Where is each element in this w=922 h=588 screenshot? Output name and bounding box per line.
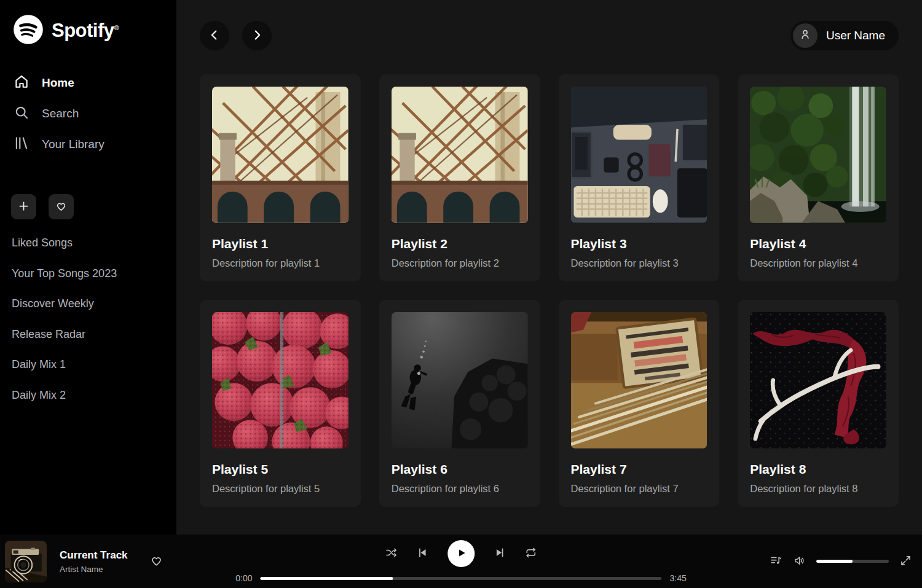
player-bar: Current Track Artist Name	[0, 535, 922, 588]
playlist-artwork-strawberries	[212, 312, 349, 449]
playlist-card-8[interactable]: Playlist 8 Description for playlist 8	[738, 300, 899, 507]
spotify-logo[interactable]: Spotify®	[11, 14, 165, 48]
sidebar-item-your-library[interactable]: Your Library	[11, 129, 165, 160]
playlist-title: Playlist 8	[750, 462, 886, 476]
previous-track-button[interactable]	[416, 546, 429, 561]
fullscreen-button[interactable]	[899, 554, 912, 569]
play-icon	[454, 546, 468, 562]
back-button[interactable]	[200, 21, 229, 50]
sidebar-playlist-list: Liked Songs Your Top Songs 2023 Discover…	[11, 228, 165, 410]
topbar: User Name	[200, 0, 899, 50]
playlist-description: Description for playlist 3	[571, 257, 707, 269]
sidebar-nav: Home Search Your Library	[11, 68, 165, 160]
sidebar-playlist-your-top-songs[interactable]: Your Top Songs 2023	[11, 259, 165, 289]
sidebar-item-label: Home	[42, 76, 74, 90]
elapsed-time: 0:00	[235, 573, 252, 583]
playlist-grid: Playlist 1 Description for playlist 1 Pl…	[200, 74, 899, 507]
liked-songs-button[interactable]	[49, 194, 74, 219]
playlist-description: Description for playlist 8	[750, 483, 886, 495]
playback-controls	[385, 540, 537, 567]
playlist-description: Description for playlist 6	[392, 483, 528, 495]
create-playlist-button[interactable]	[11, 194, 36, 219]
sidebar-playlist-daily-mix-1[interactable]: Daily Mix 1	[11, 350, 165, 380]
volume-fill	[816, 560, 853, 563]
next-icon	[493, 546, 506, 561]
playlist-card-3[interactable]: Playlist 3 Description for playlist 3	[559, 74, 720, 281]
sidebar-playlist-discover-weekly[interactable]: Discover Weekly	[11, 289, 165, 319]
player-center: 0:00 3:45	[235, 540, 687, 583]
sidebar-playlist-release-radar[interactable]: Release Radar	[11, 319, 165, 350]
next-track-button[interactable]	[493, 546, 506, 561]
heart-icon	[149, 560, 164, 570]
main-content: User Name Playlist 1 Description for pla…	[176, 0, 922, 535]
playlist-artwork-waterfall	[750, 87, 886, 223]
progress-section: 0:00 3:45	[235, 573, 687, 583]
history-nav	[200, 21, 272, 50]
volume-icon	[793, 554, 806, 569]
expand-icon	[899, 554, 912, 569]
avatar	[793, 23, 818, 48]
playlist-title: Playlist 3	[571, 237, 707, 251]
previous-icon	[416, 546, 429, 561]
sidebar-item-home[interactable]: Home	[11, 68, 165, 98]
playlist-title: Playlist 2	[392, 237, 528, 251]
player-right-controls	[770, 554, 912, 569]
playlist-card-5[interactable]: Playlist 5 Description for playlist 5	[200, 300, 361, 507]
user-menu-button[interactable]: User Name	[790, 21, 899, 50]
playlist-title: Playlist 1	[212, 237, 349, 251]
plus-icon	[17, 200, 30, 214]
sidebar-playlist-daily-mix-2[interactable]: Daily Mix 2	[11, 380, 165, 411]
like-track-button[interactable]	[149, 554, 164, 570]
sidebar-actions	[11, 194, 165, 219]
repeat-button[interactable]	[524, 546, 537, 561]
user-name: User Name	[826, 29, 885, 42]
shuffle-button[interactable]	[385, 546, 398, 561]
search-icon	[14, 104, 30, 123]
forward-button[interactable]	[242, 21, 272, 50]
sidebar-item-label: Search	[42, 107, 79, 120]
artist-name: Artist Name	[60, 565, 128, 574]
playlist-card-7[interactable]: Playlist 7 Description for playlist 7	[559, 300, 720, 507]
queue-icon	[770, 554, 782, 569]
playlist-card-2[interactable]: Playlist 2 Description for playlist 2	[379, 74, 540, 281]
spotify-logo-icon	[12, 14, 44, 48]
repeat-icon	[524, 546, 537, 561]
home-icon	[14, 74, 30, 93]
sidebar-item-label: Your Library	[42, 138, 104, 151]
queue-button[interactable]	[770, 554, 782, 569]
playlist-artwork-rulers	[571, 312, 707, 449]
playlist-title: Playlist 6	[392, 462, 528, 476]
playlist-description: Description for playlist 2	[392, 257, 528, 269]
progress-fill	[261, 577, 393, 580]
album-art-camera	[5, 541, 47, 582]
playlist-artwork-diver	[392, 312, 528, 449]
spotify-logo-text: Spotify®	[52, 20, 119, 42]
sidebar-playlist-liked-songs[interactable]: Liked Songs	[11, 228, 165, 259]
volume-slider[interactable]	[816, 560, 889, 563]
playlist-title: Playlist 5	[212, 462, 349, 476]
shuffle-icon	[385, 546, 398, 561]
playlist-card-4[interactable]: Playlist 4 Description for playlist 4	[738, 74, 899, 281]
playlist-artwork-bridge	[212, 87, 349, 223]
spotify-app: Spotify® Home Search Your Library	[0, 0, 922, 588]
playlist-card-6[interactable]: Playlist 6 Description for playlist 6	[379, 300, 540, 507]
chevron-right-icon	[250, 28, 264, 44]
trademark-symbol: ®	[114, 24, 119, 31]
user-icon	[798, 28, 812, 44]
playlist-description: Description for playlist 5	[212, 483, 349, 495]
playlist-description: Description for playlist 7	[571, 483, 707, 495]
playlist-description: Description for playlist 1	[212, 257, 349, 269]
now-playing-info: Current Track Artist Name	[0, 541, 164, 582]
track-title: Current Track	[60, 549, 128, 562]
sidebar-item-search[interactable]: Search	[11, 98, 165, 129]
duration-time: 3:45	[670, 573, 687, 583]
sidebar: Spotify® Home Search Your Library	[0, 0, 176, 535]
library-icon	[14, 135, 30, 154]
playlist-artwork-bridge	[392, 87, 528, 223]
progress-bar[interactable]	[261, 577, 662, 580]
playlist-artwork-antler	[750, 312, 886, 449]
playlist-title: Playlist 4	[750, 237, 886, 251]
volume-button[interactable]	[793, 554, 806, 569]
play-button[interactable]	[447, 540, 475, 567]
playlist-card-1[interactable]: Playlist 1 Description for playlist 1	[200, 74, 361, 281]
